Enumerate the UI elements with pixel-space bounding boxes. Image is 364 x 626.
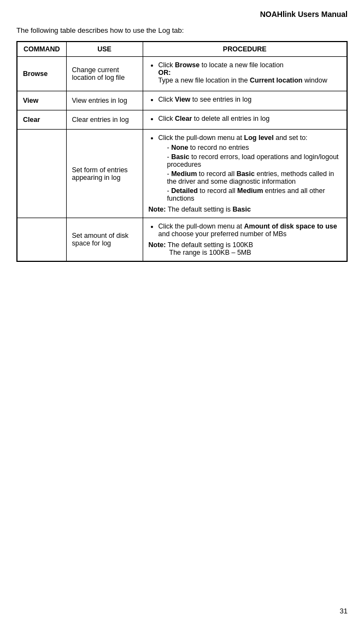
use-browse: Change current location of log file <box>66 57 143 91</box>
page-number: 31 <box>340 607 348 615</box>
table-row: Clear Clear entries in log Click Clear t… <box>17 110 347 130</box>
procedure-diskspace: Click the pull-down menu at Amount of di… <box>143 218 347 262</box>
cmd-loglevel <box>17 130 66 218</box>
table-row: View View entries in log Click View to s… <box>17 91 347 110</box>
cmd-diskspace <box>17 218 66 262</box>
cmd-view: View <box>17 91 66 110</box>
table-row: Set amount of disk space for log Click t… <box>17 218 347 262</box>
procedure-browse: Click Browse to locate a new file locati… <box>143 57 347 91</box>
procedure-view: Click View to see entries in log <box>143 91 347 110</box>
use-view: View entries in log <box>66 91 143 110</box>
procedure-loglevel: Click the pull-down menu at Log level an… <box>143 130 347 218</box>
col-header-use: USE <box>66 42 143 57</box>
col-header-procedure: PROCEDURE <box>143 42 347 57</box>
cmd-clear: Clear <box>17 110 66 130</box>
intro-paragraph: The following table describes how to use… <box>16 26 348 34</box>
page-title: NOAHlink Users Manual <box>16 10 348 19</box>
table-row: Browse Change current location of log fi… <box>17 57 347 91</box>
use-loglevel: Set form of entries appearing in log <box>66 130 143 218</box>
use-clear: Clear entries in log <box>66 110 143 130</box>
col-header-command: COMMAND <box>17 42 66 57</box>
table-row: Set form of entries appearing in log Cli… <box>17 130 347 218</box>
cmd-browse: Browse <box>17 57 66 91</box>
use-diskspace: Set amount of disk space for log <box>66 218 143 262</box>
log-tab-table: COMMAND USE PROCEDURE Browse Change curr… <box>16 41 348 262</box>
procedure-clear: Click Clear to delete all entries in log <box>143 110 347 130</box>
